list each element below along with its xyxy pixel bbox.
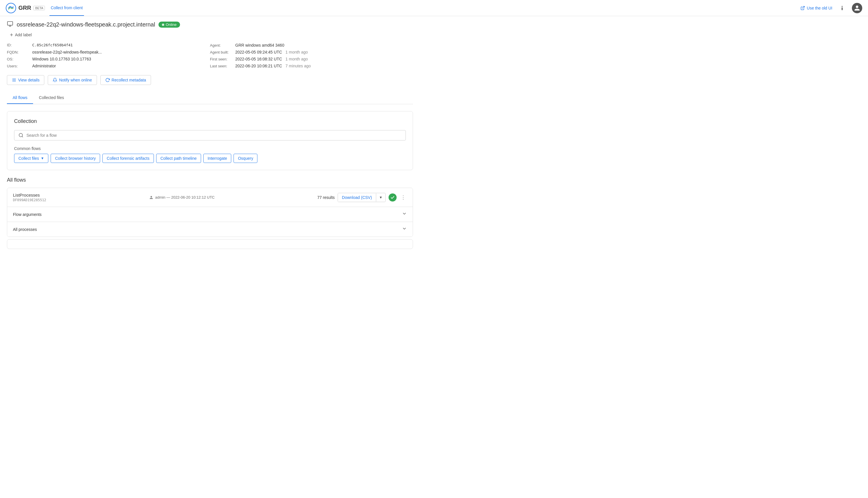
interrogate-label: Interrogate: [208, 156, 227, 161]
plus-icon: [9, 32, 14, 37]
collect-path-timeline-button[interactable]: Collect path timeline: [156, 154, 201, 163]
view-details-label: View details: [18, 78, 39, 82]
download-button-group: Download (CSV) ▼: [338, 193, 386, 202]
header: GRR BETA Collect from client Use the old…: [0, 0, 868, 16]
detail-fqdn: FQDN: ossrelease-22q2-windows-fleetspeak…: [7, 49, 210, 55]
online-dot: [162, 24, 164, 26]
tabs: All flows Collected files: [7, 92, 413, 104]
agent-built-value: 2022-05-05 09:24:45 UTC 1 month ago: [235, 50, 308, 54]
header-tab-collect[interactable]: Collect from client: [50, 0, 84, 16]
notifications-button[interactable]: [837, 3, 847, 13]
collect-forensic-artifacts-button[interactable]: Collect forensic artifacts: [103, 154, 154, 163]
use-old-ui-link[interactable]: Use the old UI: [800, 6, 832, 10]
users-label: Users:: [7, 64, 30, 68]
detail-agent-built: Agent built: 2022-05-05 09:24:45 UTC 1 m…: [210, 49, 413, 55]
users-value: Administrator: [32, 64, 56, 68]
use-old-ui-label: Use the old UI: [807, 6, 832, 10]
download-dropdown-button[interactable]: ▼: [376, 194, 385, 201]
flow-meta: admin — 2022-06-20 10:12:12 UTC: [149, 195, 215, 200]
info-icon: [839, 5, 845, 11]
recollect-metadata-button[interactable]: Recollect metadata: [100, 75, 151, 85]
svg-rect-4: [8, 22, 13, 25]
add-label-text: Add label: [15, 32, 32, 37]
fqdn-value: ossrelease-22q2-windows-fleetspeak...: [32, 50, 102, 54]
detail-users: Users: Administrator: [7, 63, 210, 69]
os-value: Windows 10.0.17763 10.0.17763: [32, 57, 91, 61]
user-avatar-button[interactable]: [852, 3, 862, 13]
collection-title: Collection: [14, 118, 406, 124]
header-right: Use the old UI: [800, 3, 862, 13]
collect-files-dropdown-icon[interactable]: ▼: [41, 156, 44, 160]
collect-files-label: Collect files: [18, 156, 39, 161]
flow-info: ListProcesses DF099AD19E285512: [13, 193, 46, 202]
fqdn-label: FQDN:: [7, 50, 30, 54]
first-seen-label: First seen:: [210, 57, 233, 61]
bell-icon: [53, 78, 57, 82]
id-value: C.85c26fcf650b4f41: [32, 43, 73, 47]
flow-arguments-expand[interactable]: Flow arguments: [7, 207, 413, 222]
collect-forensic-artifacts-label: Collect forensic artifacts: [107, 156, 150, 161]
collect-browser-history-button[interactable]: Collect browser history: [51, 154, 100, 163]
online-badge: Online: [159, 22, 180, 28]
online-status: Online: [166, 23, 177, 27]
external-link-icon: [800, 6, 805, 10]
recollect-metadata-label: Recollect metadata: [112, 78, 146, 82]
account-icon: [854, 5, 860, 11]
osquery-label: Osquery: [238, 156, 253, 161]
detail-last-seen: Last seen: 2022-06-20 10:06:21 UTC 7 min…: [210, 63, 413, 69]
all-processes-label: All processes: [13, 227, 37, 232]
search-input[interactable]: [26, 133, 402, 137]
flow-user: admin — 2022-06-20 10:12:12 UTC: [155, 195, 215, 199]
beta-badge: BETA: [33, 6, 45, 10]
notify-when-online-button[interactable]: Notify when online: [48, 75, 97, 85]
all-flows-title: All flows: [7, 177, 413, 183]
flow-card: ListProcesses DF099AD19E285512 admin — 2…: [7, 188, 413, 237]
user-icon: [149, 195, 153, 200]
flow-success-icon: [389, 194, 397, 201]
grr-logo-icon: [6, 3, 16, 13]
svg-rect-2: [842, 6, 842, 6]
collect-path-timeline-label: Collect path timeline: [161, 156, 197, 161]
id-label: ID:: [7, 43, 30, 47]
client-hostname: ossrelease-22q2-windows-fleetspeak.c.pro…: [17, 21, 155, 28]
common-flows-label: Common flows: [14, 146, 406, 151]
collect-files-button[interactable]: Collect files ▼: [14, 154, 48, 163]
search-icon: [18, 133, 24, 138]
flow-arguments-label: Flow arguments: [13, 212, 42, 217]
tab-all-flows[interactable]: All flows: [7, 92, 33, 104]
agent-label: Agent:: [210, 43, 233, 48]
svg-line-13: [22, 136, 23, 137]
collect-browser-history-label: Collect browser history: [55, 156, 96, 161]
second-card: [7, 239, 413, 249]
flow-buttons: Collect files ▼ Collect browser history …: [14, 154, 406, 163]
os-label: OS:: [7, 57, 30, 61]
flow-actions: 77 results Download (CSV) ▼ ⋮: [317, 193, 407, 202]
notify-when-online-label: Notify when online: [59, 78, 92, 82]
interrogate-button[interactable]: Interrogate: [203, 154, 232, 163]
flow-row: ListProcesses DF099AD19E285512 admin — 2…: [7, 188, 413, 207]
logo: GRR BETA: [6, 3, 45, 13]
expand-chevron-down-icon-2: [402, 226, 407, 233]
first-seen-value: 2022-05-05 16:08:32 UTC 1 month ago: [235, 57, 308, 61]
agent-built-label: Agent built:: [210, 50, 233, 54]
tab-collected-files[interactable]: Collected files: [33, 92, 70, 104]
svg-rect-3: [842, 7, 842, 10]
refresh-icon: [105, 78, 110, 82]
last-seen-value: 2022-06-20 10:06:21 UTC 7 minutes ago: [235, 64, 311, 68]
search-box: [14, 130, 406, 141]
view-details-button[interactable]: View details: [7, 75, 44, 85]
main-content: ossrelease-22q2-windows-fleetspeak.c.pro…: [0, 16, 420, 256]
svg-point-12: [19, 133, 23, 137]
results-count: 77 results: [317, 195, 335, 200]
expand-chevron-down-icon: [402, 211, 407, 218]
download-csv-button[interactable]: Download (CSV): [338, 193, 376, 202]
add-label-button[interactable]: Add label: [7, 31, 34, 38]
agent-value: GRR windows amd64 3460: [235, 43, 284, 48]
last-seen-label: Last seen:: [210, 64, 233, 68]
flow-more-button[interactable]: ⋮: [399, 193, 407, 202]
osquery-button[interactable]: Osquery: [233, 154, 257, 163]
all-processes-expand[interactable]: All processes: [7, 222, 413, 237]
flow-id: DF099AD19E285512: [13, 198, 46, 202]
flow-name: ListProcesses: [13, 193, 46, 197]
list-icon: [12, 78, 16, 82]
